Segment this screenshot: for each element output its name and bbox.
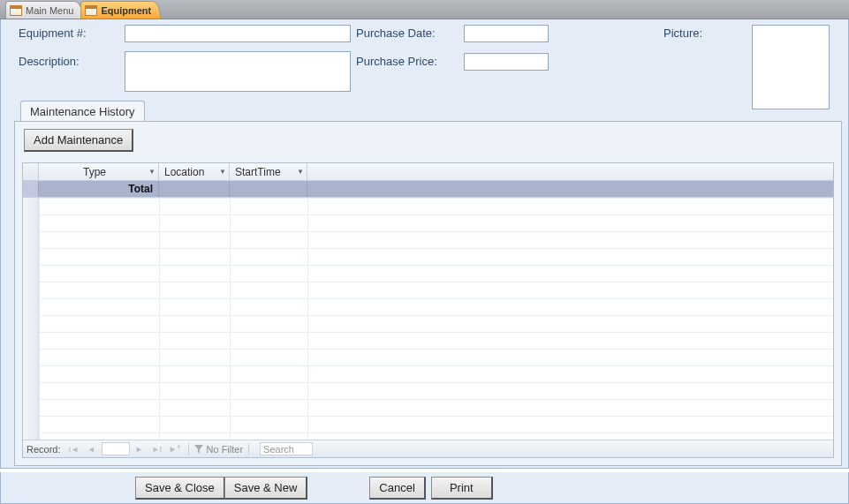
datasheet-total-row: Total [23, 181, 833, 198]
column-label: StartTime [235, 166, 281, 178]
tab-main-menu[interactable]: Main Menu [5, 1, 83, 19]
nav-next-icon[interactable]: ► [132, 442, 148, 456]
record-number-input[interactable] [102, 442, 130, 455]
button-label: Cancel [379, 481, 414, 494]
column-label: Type [44, 166, 145, 178]
record-label: Record: [27, 444, 61, 455]
window-tab-strip: Main Menu Equipment [0, 0, 849, 19]
column-blank [307, 163, 833, 180]
nav-new-icon[interactable]: ►* [167, 442, 183, 456]
tab-label: Main Menu [26, 5, 73, 16]
filter-label: No Filter [207, 444, 244, 455]
button-label: Save & New [234, 481, 298, 494]
picture-label: Picture: [663, 26, 702, 40]
purchase-date-label: Purchase Date: [356, 26, 436, 40]
nav-last-icon[interactable]: ►I [149, 442, 165, 456]
picture-box[interactable] [752, 25, 830, 109]
equipment-num-input[interactable] [125, 25, 351, 42]
column-label: Location [164, 166, 204, 178]
form-body: Equipment #: Description: Purchase Date:… [0, 19, 849, 469]
filter-indicator[interactable]: No Filter [194, 444, 244, 455]
search-placeholder: Search [263, 444, 294, 455]
tab-label: Equipment [101, 5, 151, 16]
search-input[interactable]: Search [260, 442, 313, 455]
bottom-button-bar: Save & Close Save & New Cancel Print [0, 472, 849, 504]
cancel-button[interactable]: Cancel [369, 477, 425, 500]
datasheet-grid[interactable] [23, 198, 833, 440]
save-new-button[interactable]: Save & New [224, 477, 308, 500]
column-starttime[interactable]: StartTime ▼ [230, 163, 307, 180]
datasheet: Type ▼ Location ▼ StartTime ▼ Total [22, 162, 834, 458]
chevron-down-icon[interactable]: ▼ [219, 168, 226, 176]
column-location[interactable]: Location ▼ [159, 163, 230, 180]
subtab-label: Maintenance History [30, 105, 135, 118]
row-selector[interactable] [23, 181, 39, 197]
nav-first-icon[interactable]: I◄ [66, 442, 82, 456]
add-maintenance-button[interactable]: Add Maintenance [24, 129, 133, 152]
button-label: Save & Close [145, 481, 215, 494]
purchase-price-input[interactable] [464, 53, 549, 71]
subtab-strip: Maintenance History [20, 101, 145, 123]
subtab-page: Add Maintenance Type ▼ Location ▼ StartT… [14, 121, 842, 466]
purchase-price-label: Purchase Price: [356, 55, 437, 68]
tab-equipment[interactable]: Equipment [80, 1, 161, 19]
print-button[interactable]: Print [431, 477, 493, 500]
button-label: Print [450, 481, 474, 494]
chevron-down-icon[interactable]: ▼ [148, 168, 155, 176]
nav-prev-icon[interactable]: ◄ [84, 442, 100, 456]
select-all-cell[interactable] [23, 163, 39, 180]
total-label: Total [128, 183, 153, 195]
description-label: Description: [19, 55, 80, 68]
purchase-date-input[interactable] [464, 25, 549, 42]
funnel-icon [194, 445, 203, 454]
datasheet-header: Type ▼ Location ▼ StartTime ▼ [23, 163, 833, 181]
record-navigator: Record: I◄ ◄ ► ►I ►* No Filter Search [23, 440, 833, 457]
save-close-button[interactable]: Save & Close [135, 477, 225, 500]
form-icon [10, 5, 22, 16]
button-label: Add Maintenance [34, 133, 123, 147]
description-input[interactable] [125, 51, 351, 92]
form-icon [85, 5, 97, 16]
tab-maintenance-history[interactable]: Maintenance History [20, 101, 145, 123]
column-type[interactable]: Type ▼ [39, 163, 159, 180]
chevron-down-icon[interactable]: ▼ [297, 168, 304, 176]
equipment-num-label: Equipment #: [19, 26, 87, 40]
